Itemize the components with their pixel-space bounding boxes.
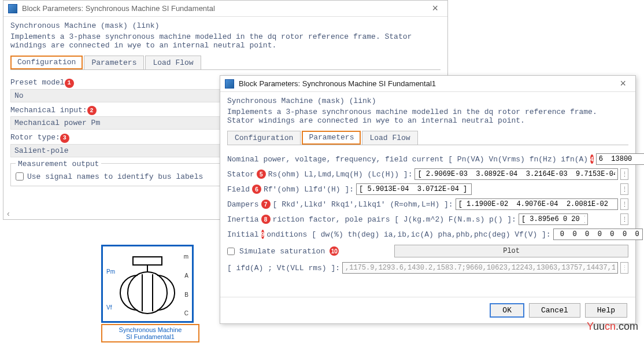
mask-header-2: Synchronous Machine (mask) (link) [227,97,628,105]
tabs-2: Configuration Parameters Load Flow [227,131,628,145]
mask-desc-1: Implements a 3-phase synchronous machine… [10,32,441,50]
badge-8: 8 [261,215,271,224]
titlebar-1: Block Parameters: Synchronous Machine SI… [3,1,447,17]
tab-parameters-2[interactable]: Parameters [302,131,361,145]
block-label-line2: SI Fundamental1 [103,333,197,340]
port-vf: Vf [106,304,112,311]
badge-7: 7 [261,200,271,209]
nominal-input[interactable] [596,153,644,165]
dampers-input[interactable] [456,198,618,210]
saturation-row: Simulate saturation 10 Plot [227,245,628,257]
help-button[interactable]: Help [585,303,627,318]
scroll-left-icon[interactable]: ‹ [7,209,10,218]
mask-header-1: Synchronous Machine (mask) (link) [10,21,441,30]
dampers-row: Dampers 7 [ Rkd',Llkd' Rkq1',Llkq1' (R=o… [227,198,628,210]
initial-label1: Initial [227,230,259,239]
tab-configuration-2[interactable]: Configuration [227,131,301,145]
tab-loadflow[interactable]: Load Flow [145,56,201,69]
signal-names-label: Use signal names to identify bus labels [27,172,203,181]
description-1: Synchronous Machine (mask) (link) Implem… [3,17,447,52]
inertia-row: Inertia 8 riction factor, pole pairs [ J… [227,213,628,225]
dampers-label2: [ Rkd',Llkd' Rkq1',Llkq1' (R=ohm,L=H) ]: [273,200,453,209]
block-label-line1: Synchronous Machine [103,326,197,333]
app-icon [225,79,234,89]
ok-button[interactable]: OK [490,303,524,318]
initial-row: Initial 9 onditions [ dw(%) th(deg) ia,i… [227,229,628,240]
close-icon[interactable]: × [427,2,443,14]
mask-desc-2: Implements a 3-phase synchronous machine… [227,108,628,125]
field-label2: Rf'(ohm) Llfd'(H) ]: [264,185,354,194]
port-a: A [184,272,188,279]
simulink-block[interactable]: Pm Vf m A B C Synchronous Machine SI Fun… [101,245,199,342]
badge-4: 4 [590,154,594,164]
machine-icon [103,246,192,321]
nominal-row: Nominal power, voltage, frequency, field… [227,153,628,165]
ifdvt-label: [ ifd(A) ; Vt(VLL rms) ]: [227,264,340,272]
field-label1: Field [227,185,250,194]
initial-label2: onditions [ dw(%) th(deg) ia,ib,ic(A) ph… [267,230,550,239]
signal-names-checkbox[interactable] [16,172,24,180]
close-icon[interactable]: × [615,78,631,90]
ifdvt-input [342,262,618,274]
badge-1: 1 [65,79,74,88]
titlebar-2: Block Parameters: Synchronous Machine SI… [220,76,635,92]
simulate-saturation-label: Simulate saturation [239,247,325,256]
window-title-1: Block Parameters: Synchronous Machine SI… [22,4,427,13]
stator-row: Stator 5 Rs(ohm) Ll,Lmd,Lmq(H) (Lc(H)) ]… [227,168,628,180]
description-2: Synchronous Machine (mask) (link) Implem… [220,92,635,127]
svg-rect-0 [133,257,162,265]
nominal-label: Nominal power, voltage, frequency, field… [227,155,588,164]
dialog-block-params-2: Block Parameters: Synchronous Machine SI… [220,75,636,324]
measurement-legend: Measurement output [16,160,101,168]
app-icon [8,4,17,13]
port-pm: Pm [106,268,115,275]
tab-parameters[interactable]: Parameters [84,56,144,69]
badge-6: 6 [252,185,261,194]
plot-button[interactable]: Plot [394,245,628,257]
ifdvt-row: [ ifd(A) ; Vt(VLL rms) ]: ⋮ [227,262,628,274]
tabs-1: Configuration Parameters Load Flow [10,56,441,70]
initial-input[interactable] [553,229,643,240]
port-b: B [184,292,188,298]
dialog-buttons: OK Cancel Help [220,297,635,323]
badge-3: 3 [60,134,69,143]
watermark: Yuucn.com [587,320,638,333]
dampers-label1: Dampers [227,200,259,209]
simulate-saturation-checkbox[interactable] [227,248,235,255]
tab-body-params: Nominal power, voltage, frequency, field… [220,145,635,282]
cancel-button[interactable]: Cancel [529,303,580,318]
window-title-2: Block Parameters: Synchronous Machine SI… [239,79,615,88]
svg-point-2 [128,272,167,314]
menu-icon[interactable]: ⋮ [620,213,628,225]
badge-2: 2 [87,106,97,115]
menu-icon: ⋮ [620,262,628,274]
menu-icon[interactable]: ⋮ [620,198,628,210]
menu-icon[interactable]: ⋮ [620,168,628,180]
inertia-label2: riction factor, pole pairs [ J(kg.m^2) F… [273,215,516,224]
port-c: C [184,310,188,316]
port-m: m [184,253,188,260]
menu-icon[interactable]: ⋮ [620,183,628,195]
block-icon: Pm Vf m A B C [101,245,194,323]
tab-configuration[interactable]: Configuration [10,56,83,69]
badge-10: 10 [330,246,339,256]
field-row: Field 6 Rf'(ohm) Llfd'(H) ]: ⋮ [227,183,628,195]
field-input[interactable] [356,183,472,195]
stator-input[interactable] [414,168,618,180]
block-label: Synchronous Machine SI Fundamental1 [101,324,199,342]
badge-5: 5 [257,170,266,179]
inertia-label1: Inertia [227,215,259,224]
tab-loadflow-2[interactable]: Load Flow [362,131,417,145]
stator-label2: Rs(ohm) Ll,Lmd,Lmq(H) (Lc(H)) ]: [268,170,413,179]
badge-9: 9 [261,230,265,239]
inertia-input[interactable] [519,213,588,225]
stator-label1: Stator [227,170,254,179]
